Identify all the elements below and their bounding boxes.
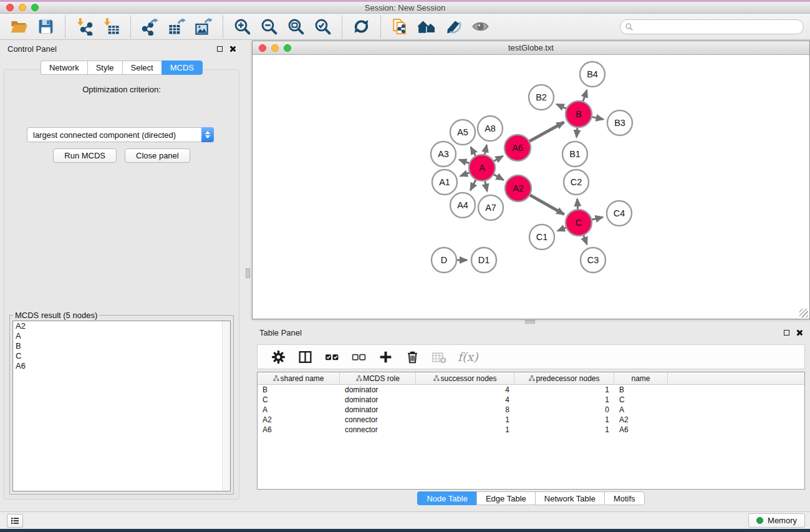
node-A5[interactable]: A5 bbox=[450, 120, 475, 145]
window-resize-grip[interactable] bbox=[799, 309, 808, 317]
node-B1[interactable]: B1 bbox=[562, 142, 587, 167]
function-builder-button[interactable]: f(x) bbox=[458, 350, 478, 364]
delete-column-button[interactable] bbox=[405, 349, 420, 365]
tab-node-table[interactable]: Node Table bbox=[417, 491, 476, 505]
save-session-button[interactable] bbox=[37, 17, 55, 36]
houses-icon bbox=[418, 17, 436, 36]
import-network-icon bbox=[75, 17, 94, 36]
criterion-select[interactable]: largest connected component (directed) bbox=[27, 127, 214, 142]
run-mcds-button[interactable]: Run MCDS bbox=[53, 148, 117, 163]
node-A6[interactable]: A6 bbox=[504, 135, 531, 161]
zoom-in-button[interactable] bbox=[233, 17, 251, 36]
network-canvas[interactable]: B4B2BB3A5A8A6A3B1AA1C2A2A4A7CC4C1C3DD1 bbox=[253, 55, 809, 319]
node-B4[interactable]: B4 bbox=[580, 62, 605, 87]
column-header-MCDS-role[interactable]: MCDS role bbox=[340, 372, 416, 384]
node-A2[interactable]: A2 bbox=[505, 175, 531, 201]
column-label: predecessor nodes bbox=[536, 374, 599, 383]
export-table-button[interactable] bbox=[168, 17, 186, 36]
column-header-name[interactable]: name bbox=[614, 372, 668, 384]
home-button[interactable] bbox=[418, 17, 436, 36]
table-row[interactable]: Adominator80A bbox=[258, 405, 804, 415]
table-row[interactable]: A2connector11A2 bbox=[258, 415, 804, 425]
close-panel-icon[interactable] bbox=[229, 46, 236, 52]
node-A4[interactable]: A4 bbox=[450, 193, 475, 218]
result-item[interactable]: A bbox=[13, 331, 230, 341]
result-item[interactable]: A2 bbox=[13, 321, 230, 331]
result-item[interactable]: B bbox=[13, 341, 230, 351]
search-input[interactable] bbox=[620, 19, 804, 34]
table-float-panel-icon[interactable] bbox=[784, 330, 789, 336]
tab-network[interactable]: Network bbox=[41, 60, 87, 75]
tab-mcds[interactable]: MCDS bbox=[162, 60, 203, 75]
node-A3[interactable]: A3 bbox=[431, 142, 456, 167]
export-image-button[interactable] bbox=[195, 17, 213, 36]
optimization-criterion-label: Optimization criterion: bbox=[4, 85, 239, 94]
edge-B-B2 bbox=[557, 104, 567, 109]
node-A1[interactable]: A1 bbox=[432, 170, 457, 195]
network-from-file-button[interactable] bbox=[391, 17, 409, 36]
node-D1[interactable]: D1 bbox=[471, 248, 496, 273]
search-box bbox=[620, 19, 804, 34]
import-table-button[interactable] bbox=[102, 17, 120, 36]
node-C2[interactable]: C2 bbox=[564, 170, 589, 195]
horizontal-split-handle[interactable] bbox=[525, 320, 535, 324]
node-C1[interactable]: C1 bbox=[529, 225, 554, 249]
column-label: successor nodes bbox=[440, 374, 496, 383]
column-type-icon bbox=[433, 375, 440, 382]
import-network-button[interactable] bbox=[75, 17, 94, 36]
node-D[interactable]: D bbox=[432, 248, 456, 273]
table-row[interactable]: Bdominator41B bbox=[258, 385, 804, 395]
show-graphics-button[interactable] bbox=[471, 17, 489, 36]
node-B3[interactable]: B3 bbox=[607, 110, 632, 135]
tab-select[interactable]: Select bbox=[122, 60, 162, 75]
node-A[interactable]: A bbox=[469, 155, 495, 181]
table-settings-button[interactable] bbox=[271, 349, 286, 365]
node-C3[interactable]: C3 bbox=[581, 248, 605, 273]
result-item[interactable]: C bbox=[13, 351, 230, 361]
edge-A-A5 bbox=[471, 147, 476, 157]
open-folder-icon bbox=[10, 17, 28, 36]
save-icon bbox=[37, 17, 55, 36]
toolbar-group bbox=[130, 16, 223, 38]
open-session-button[interactable] bbox=[10, 17, 28, 36]
zoom-fit-button[interactable] bbox=[287, 17, 305, 36]
close-panel-button[interactable]: Close panel bbox=[125, 148, 190, 163]
column-header-predecessor-nodes[interactable]: predecessor nodes bbox=[514, 372, 614, 384]
node-A8[interactable]: A8 bbox=[478, 116, 503, 141]
zoom-out-button[interactable] bbox=[260, 17, 278, 36]
table-cell: C bbox=[614, 395, 668, 404]
zoom-selected-button[interactable] bbox=[314, 17, 332, 36]
tab-network-table[interactable]: Network Table bbox=[535, 491, 604, 505]
table-row[interactable]: Cdominator41C bbox=[258, 395, 804, 405]
task-history-button[interactable] bbox=[7, 514, 23, 528]
tab-motifs[interactable]: Motifs bbox=[604, 491, 645, 505]
tab-edge-table[interactable]: Edge Table bbox=[476, 491, 535, 505]
node-B[interactable]: B bbox=[566, 101, 592, 127]
tab-style[interactable]: Style bbox=[87, 60, 122, 75]
memory-button[interactable]: Memory bbox=[748, 513, 805, 528]
file-network-icon bbox=[391, 17, 409, 36]
table-row[interactable]: A6connector11A6 bbox=[258, 425, 804, 435]
main-toolbar bbox=[0, 14, 810, 40]
refresh-button[interactable] bbox=[352, 17, 370, 36]
gear-icon bbox=[271, 349, 286, 365]
hide-annotations-button[interactable] bbox=[445, 17, 463, 36]
export-network-button[interactable] bbox=[141, 17, 159, 36]
node-C[interactable]: C bbox=[566, 210, 592, 236]
float-panel-icon[interactable] bbox=[217, 46, 223, 52]
node-A7[interactable]: A7 bbox=[478, 195, 503, 220]
result-item[interactable]: A6 bbox=[13, 361, 230, 371]
show-columns-button[interactable] bbox=[297, 349, 313, 365]
vertical-split-handle[interactable] bbox=[246, 268, 250, 278]
export-table-icon bbox=[168, 17, 186, 36]
table-cell: 1 bbox=[416, 425, 514, 434]
add-column-button[interactable] bbox=[378, 349, 393, 365]
column-header-successor-nodes[interactable]: successor nodes bbox=[416, 372, 514, 384]
result-scrollbar[interactable] bbox=[222, 321, 230, 491]
select-all-button[interactable] bbox=[324, 349, 340, 365]
node-C4[interactable]: C4 bbox=[607, 201, 632, 226]
column-header-shared-name[interactable]: shared name bbox=[258, 372, 340, 384]
node-B2[interactable]: B2 bbox=[529, 85, 554, 110]
deselect-all-button[interactable] bbox=[351, 349, 367, 365]
table-close-panel-icon[interactable] bbox=[796, 329, 803, 336]
